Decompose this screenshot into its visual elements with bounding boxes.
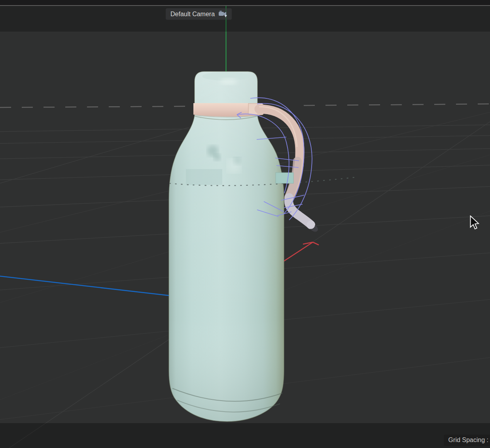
camera-label: Default Camera [170, 8, 215, 20]
arrow-cursor-icon [470, 215, 480, 230]
specular-highlight [228, 160, 240, 172]
bottle-vertical-shading [169, 72, 284, 422]
camera-selector[interactable]: Default Camera [166, 8, 232, 20]
viewport-top-overlay [0, 6, 490, 32]
reflection-smudge [214, 154, 221, 161]
fillet-widget-box[interactable] [276, 173, 293, 183]
cap-specular [220, 78, 237, 85]
scene-canvas[interactable] [0, 0, 490, 448]
3d-viewport[interactable]: Default Camera Grid Spacing : [0, 0, 490, 448]
handle-tip[interactable] [289, 198, 311, 225]
handle-tip-endcap [307, 221, 315, 229]
bottle-model[interactable] [169, 72, 358, 422]
grid-spacing-label: Grid Spacing : [448, 437, 488, 443]
camera-icon[interactable] [218, 10, 228, 18]
axis-x-red [283, 242, 319, 262]
grid-spacing-status: Grid Spacing : [444, 435, 490, 446]
status-bar [0, 423, 490, 448]
window-top-strip [0, 0, 490, 6]
body-reflection-patch [186, 169, 222, 185]
